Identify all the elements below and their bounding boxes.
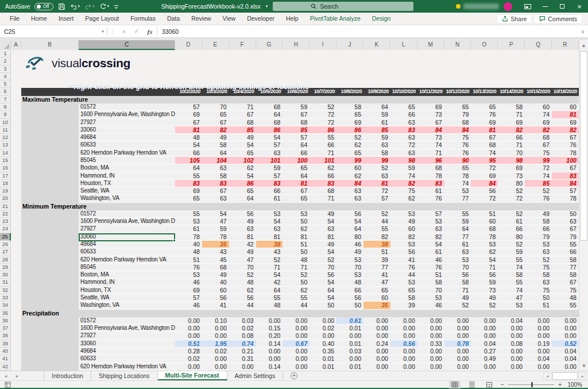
row-header-32[interactable]: 32 (0, 287, 11, 294)
value-cell[interactable]: 56 (336, 294, 363, 302)
value-cell[interactable]: 0.00 (363, 325, 390, 332)
row-header-21[interactable]: 21 (0, 203, 11, 210)
value-cell[interactable]: 54 (417, 241, 444, 248)
cell-A42[interactable] (11, 363, 21, 371)
value-cell[interactable]: 57 (283, 134, 310, 141)
value-cell[interactable]: 0.00 (310, 332, 336, 340)
value-cell[interactable]: 70 (498, 149, 525, 157)
value-cell[interactable]: 0.00 (283, 348, 310, 355)
value-cell[interactable]: 68 (202, 264, 229, 271)
value-cell[interactable]: 74 (390, 172, 417, 180)
value-cell[interactable]: 64 (256, 287, 283, 294)
value-cell[interactable]: 0.04 (552, 355, 579, 363)
value-cell[interactable]: 69 (471, 172, 498, 180)
cell-A27[interactable] (11, 248, 21, 256)
value-cell[interactable]: 51 (471, 210, 498, 218)
value-cell[interactable]: 0.00 (363, 348, 390, 355)
vertical-scrollbar[interactable]: ▲ ▼ (579, 40, 588, 371)
refresh-loop-icon[interactable]: ▾ (99, 3, 110, 10)
value-cell[interactable]: 83 (256, 180, 283, 187)
column-header-C[interactable]: C (79, 40, 175, 50)
value-cell[interactable]: 0.02 (202, 348, 229, 355)
value-cell[interactable]: 0.00 (525, 325, 552, 332)
value-cell[interactable]: 79 (525, 233, 552, 241)
location-cell[interactable]: 49684 (79, 134, 175, 141)
value-cell[interactable]: 53 (175, 218, 202, 225)
value-cell[interactable]: 46 (175, 302, 202, 309)
value-cell[interactable]: 0.56 (390, 340, 417, 348)
cell-B39[interactable] (21, 340, 79, 348)
value-cell[interactable]: 46 (417, 302, 444, 309)
value-cell[interactable]: 63 (525, 279, 552, 286)
location-cell[interactable]: 1600 Pennsylvania Ave, Washington DC (79, 111, 175, 118)
value-cell[interactable]: 43 (256, 248, 283, 256)
value-cell[interactable]: 58 (336, 103, 363, 111)
value-cell[interactable]: 62 (336, 172, 363, 180)
cell-B20[interactable] (21, 195, 79, 202)
value-cell[interactable]: 0.00 (552, 363, 579, 371)
cell-B15[interactable] (21, 157, 79, 164)
value-cell[interactable]: 82 (552, 126, 579, 134)
row-header-4[interactable]: 4 (0, 73, 11, 80)
value-cell[interactable]: 0.49 (471, 355, 498, 363)
value-cell[interactable]: 74 (471, 149, 498, 157)
value-cell[interactable]: 66 (390, 111, 417, 118)
value-cell[interactable]: 44 (283, 302, 310, 309)
value-cell[interactable]: 59 (256, 164, 283, 172)
value-cell[interactable]: 50 (525, 294, 552, 302)
value-cell[interactable]: 61 (417, 187, 444, 195)
location-cell[interactable]: 60633 (79, 248, 175, 256)
value-cell[interactable]: 81 (363, 180, 390, 187)
cell-A5[interactable] (11, 80, 21, 88)
cell-A15[interactable] (11, 157, 21, 164)
value-cell[interactable]: 62 (283, 225, 310, 233)
value-cell[interactable]: 46 (175, 279, 202, 286)
value-cell[interactable]: 0.00 (175, 325, 202, 332)
value-cell[interactable]: 0.00 (552, 325, 579, 332)
value-cell[interactable]: 79 (552, 233, 579, 241)
value-cell[interactable]: 0.52 (552, 340, 579, 348)
value-cell[interactable]: 0.00 (417, 325, 444, 332)
value-cell[interactable]: 53 (390, 241, 417, 248)
value-cell[interactable]: 59 (471, 279, 498, 286)
formula-input[interactable]: 33060 (157, 28, 578, 35)
value-cell[interactable]: 0.00 (202, 363, 229, 371)
value-cell[interactable]: 76 (552, 141, 579, 149)
location-cell[interactable]: 620 Herndon Parkway Herndon VA (79, 149, 175, 157)
value-cell[interactable]: 0.00 (390, 348, 417, 355)
value-cell[interactable]: 71 (498, 111, 525, 118)
value-cell[interactable]: 69 (471, 119, 498, 126)
value-cell[interactable]: 57 (417, 210, 444, 218)
cell-A24[interactable] (11, 225, 21, 233)
cell-B12[interactable] (21, 134, 79, 141)
value-cell[interactable]: 0.00 (283, 332, 310, 340)
value-cell[interactable]: 65 (444, 164, 471, 172)
location-cell[interactable]: 60633 (79, 355, 175, 363)
value-cell[interactable]: 55 (498, 256, 525, 264)
value-cell[interactable]: 0.00 (525, 348, 552, 355)
value-cell[interactable]: 79 (444, 111, 471, 118)
value-cell[interactable]: 82 (202, 126, 229, 134)
value-cell[interactable]: 67 (283, 187, 310, 195)
value-cell[interactable]: 49 (336, 248, 363, 256)
value-cell[interactable]: 49 (471, 294, 498, 302)
value-cell[interactable]: 0.28 (175, 348, 202, 355)
ribbon-tab-insert[interactable]: Insert (53, 13, 79, 25)
value-cell[interactable]: 0.04 (552, 348, 579, 355)
value-cell[interactable]: 48 (256, 302, 283, 309)
value-cell[interactable]: 83 (202, 180, 229, 187)
value-cell[interactable]: 85 (283, 126, 310, 134)
value-cell[interactable]: 71 (229, 103, 256, 111)
cell-B9[interactable] (21, 111, 79, 118)
value-cell[interactable]: 101 (310, 157, 336, 164)
sheet-nav-left-icon[interactable]: ◂ (0, 371, 11, 380)
value-cell[interactable]: 0.01 (336, 340, 363, 348)
value-cell[interactable]: 47 (498, 294, 525, 302)
value-cell[interactable]: 49 (525, 210, 552, 218)
value-cell[interactable]: 53 (175, 271, 202, 279)
value-cell[interactable]: 67 (525, 141, 552, 149)
value-cell[interactable]: 0.00 (498, 348, 525, 355)
section-header-precipitation[interactable]: Precipitation (21, 310, 579, 317)
value-cell[interactable]: 69 (498, 164, 525, 172)
value-cell[interactable]: 0.00 (256, 355, 283, 363)
